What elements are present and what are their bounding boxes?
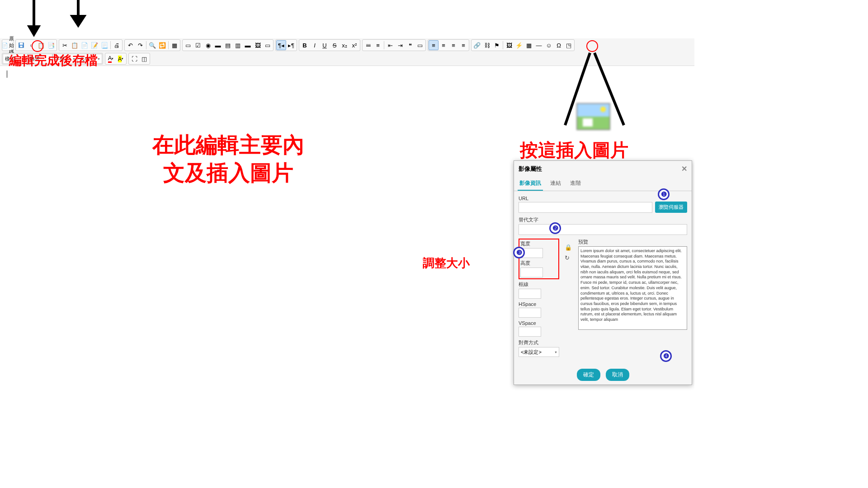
copy-button[interactable]: 📋 (70, 40, 80, 50)
outdent-button[interactable]: ⇤ (385, 40, 395, 50)
preview-box: Lorem ipsum dolor sit amet, consectetuer… (578, 246, 687, 330)
arrow-annotation-2 (67, 0, 90, 29)
superscript-button[interactable]: x² (349, 40, 359, 50)
ltr-button[interactable]: ¶◂ (276, 40, 286, 50)
ok-button[interactable]: 確定 (577, 369, 600, 381)
hr-button[interactable]: — (534, 40, 544, 50)
subscript-button[interactable]: x₂ (340, 40, 349, 50)
image-thumbnail-illustration (576, 103, 610, 130)
link-button[interactable]: 🔗 (472, 40, 482, 50)
textarea-button[interactable]: ▤ (223, 40, 233, 50)
find-button[interactable]: 🔍 (147, 40, 157, 50)
cut-button[interactable]: ✂ (60, 40, 70, 50)
show-blocks-button[interactable]: ◫ (139, 54, 149, 64)
replace-button[interactable]: 🔁 (157, 40, 167, 50)
url-input[interactable] (519, 202, 652, 213)
undo-button[interactable]: ↶ (125, 40, 135, 50)
div-button[interactable]: ▭ (415, 40, 425, 50)
text-color-button[interactable]: A▾ (106, 54, 116, 64)
templates-button[interactable]: 📑 (46, 40, 56, 50)
width-label: 寬度 (520, 240, 557, 247)
dialog-titlebar: 影像屬性 ✕ (514, 161, 692, 177)
browse-server-button[interactable]: 瀏覽伺服器 (655, 202, 687, 213)
strike-button[interactable]: S (330, 40, 340, 50)
source-button[interactable]: 📄原始碼 (3, 40, 13, 50)
bullet-list-button[interactable]: ≡ (373, 40, 383, 50)
arrow-annotation-1 (25, 0, 43, 38)
unlink-button[interactable]: ⛓ (482, 40, 492, 50)
print-button[interactable]: 🖨 (112, 40, 122, 50)
save-button[interactable] (16, 40, 26, 50)
vspace-input[interactable] (519, 327, 541, 337)
height-label: 高度 (520, 260, 557, 267)
preview-button[interactable]: 📋 (36, 40, 46, 50)
align-right-button[interactable]: ≡ (448, 40, 458, 50)
dialog-close-button[interactable]: ✕ (681, 164, 687, 173)
width-input[interactable] (520, 248, 543, 258)
new-page-button[interactable]: ▫ (26, 40, 36, 50)
font-select[interactable]: 字型 (52, 54, 77, 64)
image-properties-dialog: 影像屬性 ✕ 影像資訊 連結 進階 URL 瀏覽伺服器 替代文字 寬度 高度 (514, 160, 692, 385)
height-input[interactable] (520, 267, 543, 277)
tab-image-info[interactable]: 影像資訊 (518, 177, 543, 191)
paste-text-button[interactable]: 📝 (90, 40, 99, 50)
dialog-tabs: 影像資訊 連結 進階 (514, 177, 692, 191)
smiley-button[interactable]: ☺ (544, 40, 554, 50)
alt-input[interactable] (519, 224, 687, 235)
svg-rect-5 (20, 43, 23, 45)
size-select[interactable]: 大小 (77, 54, 102, 64)
select-field-button[interactable]: ▥ (233, 40, 243, 50)
anchor-button[interactable]: ⚑ (492, 40, 502, 50)
dialog-title-text: 影像屬性 (519, 165, 542, 173)
maximize-button[interactable]: ⛶ (129, 54, 139, 64)
flash-button[interactable]: ⚡ (514, 40, 524, 50)
reset-size-icon[interactable]: ↻ (565, 254, 573, 261)
tab-advanced[interactable]: 進階 (568, 177, 583, 191)
editor-toolbar: 📄原始碼 ▫ 📋 📑 ✂ 📋 📄 📝 📃 🖨 ↶ ↷ 🔍 🔁 ▦ (0, 38, 694, 66)
image-button[interactable]: 🖼 (504, 40, 514, 50)
paste-word-button[interactable]: 📃 (99, 40, 109, 50)
underline-button[interactable]: U (320, 40, 330, 50)
format-select[interactable]: 格式 (28, 54, 52, 64)
svg-marker-1 (29, 27, 38, 34)
url-label: URL (519, 196, 652, 201)
iframe-button[interactable]: ◳ (564, 40, 574, 50)
rtl-button[interactable]: ▸¶ (286, 40, 296, 50)
text-cursor (7, 70, 7, 78)
align-center-button[interactable]: ≡ (439, 40, 448, 50)
align-justify-button[interactable]: ≡ (458, 40, 468, 50)
cancel-button[interactable]: 取消 (606, 369, 629, 381)
paste-button[interactable]: 📄 (80, 40, 90, 50)
redo-button[interactable]: ↷ (135, 40, 145, 50)
svg-marker-3 (72, 16, 84, 25)
svg-rect-6 (20, 46, 22, 47)
textfield-button[interactable]: ▬ (213, 40, 223, 50)
form-button[interactable]: ▭ (183, 40, 193, 50)
checkbox-button[interactable]: ☑ (193, 40, 203, 50)
border-input[interactable] (519, 289, 541, 299)
align-select[interactable]: <未設定> (519, 347, 559, 357)
italic-button[interactable]: I (310, 40, 320, 50)
hidden-field-button[interactable]: ▭ (263, 40, 273, 50)
indent-button[interactable]: ⇥ (395, 40, 405, 50)
button-field-button[interactable]: ▬ (243, 40, 253, 50)
table-button[interactable]: ▦ (524, 40, 534, 50)
blockquote-button[interactable]: ❝ (405, 40, 415, 50)
border-label: 框線 (519, 281, 559, 288)
radio-button[interactable]: ◉ (203, 40, 213, 50)
bg-color-button[interactable]: A▾ (116, 54, 126, 64)
hspace-label: HSpace (519, 301, 559, 307)
vspace-label: VSpace (519, 320, 559, 326)
bold-button[interactable]: B (300, 40, 310, 50)
preview-label: 預覽 (578, 239, 687, 245)
tab-link[interactable]: 連結 (548, 177, 563, 191)
alt-label: 替代文字 (519, 216, 687, 223)
align-left-button[interactable]: ≡ (429, 40, 439, 50)
select-all-button[interactable]: ▦ (170, 40, 179, 50)
numbered-list-button[interactable]: ⩸ (363, 40, 373, 50)
special-char-button[interactable]: Ω (554, 40, 564, 50)
hspace-input[interactable] (519, 308, 541, 318)
styles-select[interactable]: 樣式 (3, 54, 28, 64)
image-button-field[interactable]: 🖼 (253, 40, 263, 50)
lock-ratio-icon[interactable]: 🔒 (565, 244, 573, 251)
